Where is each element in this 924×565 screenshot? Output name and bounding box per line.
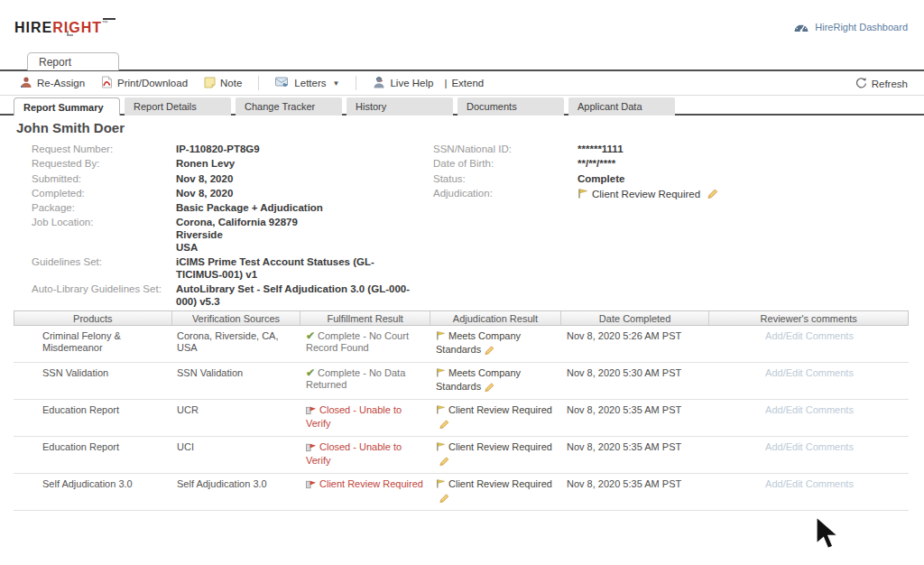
note-button[interactable]: Note	[204, 77, 242, 90]
flag-icon	[578, 188, 588, 203]
add-edit-comments-link[interactable]: Add/Edit Comments	[765, 367, 854, 378]
tab-report-details[interactable]: Report Details	[125, 97, 231, 116]
live-help-button[interactable]: Live Help	[373, 77, 433, 90]
print-download-button[interactable]: Print/Download	[101, 76, 188, 90]
header-verification-sources: Verification Sources	[172, 311, 301, 325]
tab-report-summary-label: Report Summary	[23, 102, 104, 113]
fulfillment-text: Closed - Unable to Verify	[306, 441, 402, 466]
header-fulfillment-result: Fulfillment Result	[300, 311, 430, 325]
products-results-table: Products Verification Sources Fulfillmen…	[14, 310, 909, 511]
field-label: Completed:	[32, 188, 176, 200]
fulfillment-cell: Closed - Unable to Verify	[300, 441, 430, 467]
tab-history-label: History	[356, 101, 386, 112]
field-status: Status: Complete	[433, 173, 821, 186]
adjudication-text: Client Review Required	[448, 404, 552, 415]
flag-icon	[436, 441, 446, 455]
adjudication-value: Client Review Required	[578, 188, 719, 203]
field-value: Basic Package + Adjudication	[176, 202, 418, 215]
source-cell: SSN Validation	[171, 367, 300, 379]
adjudication-cell: Meets Company Standards	[430, 330, 561, 358]
field-completed: Completed: Nov 8, 2020	[32, 188, 424, 200]
envelope-icon	[275, 77, 290, 89]
edit-pencil-icon[interactable]	[484, 382, 495, 395]
tab-applicant-data[interactable]: Applicant Data	[568, 97, 675, 116]
source-cell: UCR	[171, 404, 300, 416]
product-cell: Self Adjudication 3.0	[14, 478, 171, 490]
pdf-icon	[101, 76, 113, 90]
note-label: Note	[220, 78, 242, 88]
field-value: iCIMS Prime Test Account Statuses (GL-TI…	[176, 256, 418, 282]
header-adjudication-result: Adjudication Result	[430, 311, 561, 325]
field-value: **/**/****	[578, 158, 819, 171]
header-reviewers-comments: Reviewer's comments	[709, 311, 908, 325]
reassign-label: Re-Assign	[37, 78, 85, 88]
summary-fields-left: Request Number: IP-110820-PT8G9 Requeste…	[32, 144, 424, 311]
edit-pencil-icon[interactable]	[439, 456, 450, 469]
adjudication-text: Client Review Required	[448, 478, 552, 489]
add-edit-comments-link[interactable]: Add/Edit Comments	[765, 478, 854, 489]
edit-pencil-icon[interactable]	[439, 419, 450, 432]
tab-documents[interactable]: Documents	[457, 97, 564, 116]
hireright-dashboard-link[interactable]: HireRight Dashboard	[793, 20, 908, 34]
field-label: Requested By:	[32, 158, 176, 171]
report-window-tab[interactable]: Report	[27, 52, 119, 70]
table-row: Education Report UCI Closed - Unable to …	[14, 437, 909, 474]
field-job-location: Job Location: Corona, California 92879 R…	[32, 217, 424, 254]
table-row: Education Report UCR Closed - Unable to …	[14, 400, 909, 437]
fulfillment-cell: Closed - Unable to Verify	[300, 404, 430, 430]
flag-icon	[436, 404, 446, 418]
chevron-down-icon: ▼	[333, 79, 340, 88]
add-edit-comments-link[interactable]: Add/Edit Comments	[765, 330, 854, 341]
field-label: Package:	[32, 202, 176, 215]
note-icon	[204, 77, 216, 90]
adjudication-value-text: Client Review Required	[592, 189, 700, 201]
field-label: Job Location:	[32, 217, 176, 254]
logo-hire-text: HIRE	[14, 20, 52, 35]
person-reassign-icon	[20, 77, 32, 90]
top-header-bar: HIRERIGHT™ HireRight Dashboard	[0, 0, 924, 52]
tab-history[interactable]: History	[346, 97, 453, 116]
adjudication-cell: Meets Company Standards	[430, 367, 561, 395]
reassign-button[interactable]: Re-Assign	[20, 77, 85, 90]
table-row: Self Adjudication 3.0 Self Adjudication …	[14, 474, 909, 511]
print-download-label: Print/Download	[117, 78, 188, 88]
add-edit-comments-link[interactable]: Add/Edit Comments	[765, 441, 854, 452]
flag-icon	[436, 367, 446, 381]
report-tab-label: Report	[39, 56, 71, 69]
field-label: Date of Birth:	[433, 158, 578, 171]
check-icon: ✔	[306, 329, 315, 342]
tab-change-tracker[interactable]: Change Tracker	[236, 97, 342, 116]
extend-separator: |	[444, 78, 447, 88]
field-label: Request Number:	[32, 144, 176, 156]
field-value: AutoLibrary Set - Self Adjudication 3.0 …	[176, 283, 418, 309]
tab-report-summary[interactable]: Report Summary	[14, 97, 120, 116]
extend-group[interactable]: | Extend	[444, 78, 484, 88]
field-ssn: SSN/National ID: ******1111	[433, 144, 821, 156]
edit-pencil-icon[interactable]	[439, 493, 450, 506]
flag-icon	[436, 330, 446, 344]
field-value: Ronen Levy	[176, 158, 418, 171]
adjudication-cell: Client Review Required	[430, 441, 561, 469]
edit-pencil-icon[interactable]	[707, 188, 719, 203]
field-label: Adjudication:	[433, 188, 578, 203]
logo-trademark: ™	[102, 20, 108, 26]
field-value: Nov 8, 2020	[176, 188, 418, 200]
header-products: Products	[14, 311, 172, 325]
letters-label: Letters	[294, 78, 326, 88]
field-value: Nov 8, 2020	[176, 173, 418, 186]
adjudication-text: Meets Company Standards	[436, 330, 521, 355]
hireright-logo: HIRERIGHT™	[14, 20, 108, 36]
field-label: Status:	[433, 173, 578, 186]
table-row: Criminal Felony & Misdemeanor Corona, Ri…	[14, 326, 909, 363]
fulfillment-text: Complete - No Court Record Found	[306, 330, 409, 353]
logo-right-text: RIGHT	[52, 20, 102, 35]
field-adjudication: Adjudication: Client Review Required	[433, 188, 821, 203]
letters-dropdown-button[interactable]: Letters ▼	[275, 77, 339, 89]
field-value: Complete	[578, 173, 819, 186]
edit-pencil-icon[interactable]	[484, 345, 495, 358]
adjudication-text: Client Review Required	[448, 441, 552, 452]
refresh-button[interactable]: Refresh	[855, 71, 908, 96]
logo-overline-mark	[103, 18, 116, 20]
field-label: Auto-Library Guidelines Set:	[32, 283, 176, 309]
add-edit-comments-link[interactable]: Add/Edit Comments	[765, 404, 854, 415]
